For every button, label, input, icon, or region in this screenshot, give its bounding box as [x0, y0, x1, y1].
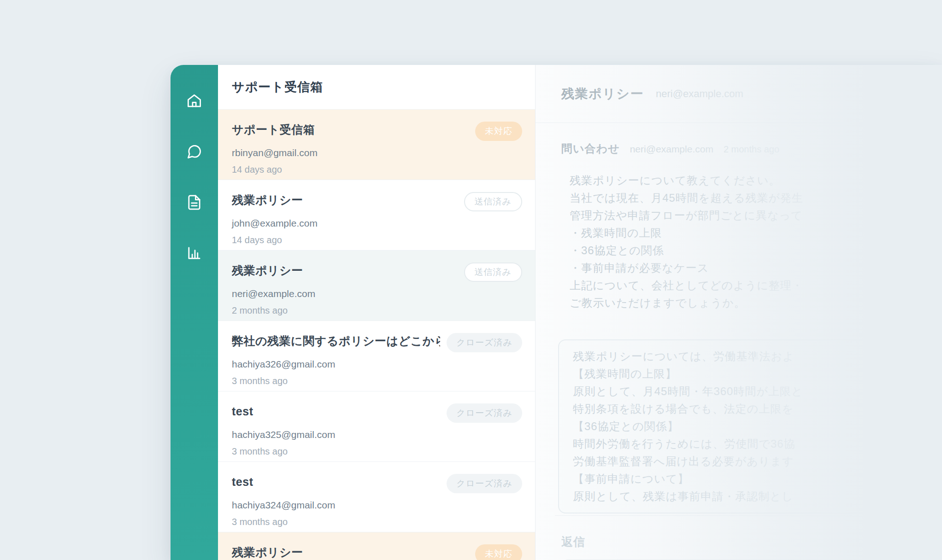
ticket-time: 3 months ago	[232, 445, 522, 457]
detail-header: 残業ポリシー neri@example.com	[536, 65, 942, 123]
document-icon	[186, 194, 202, 210]
answer-line: 【36協定との関係】	[573, 418, 911, 435]
status-badge: 送信済み	[464, 192, 522, 211]
inquiry-line: 当社では現在、月45時間を超える残業が発生	[570, 189, 942, 207]
ticket-row[interactable]: 弊社の残業に関するポリシーはどこから確 クローズ済み hachiya326@gm…	[218, 321, 535, 391]
status-badge: クローズ済み	[447, 403, 522, 423]
inbox-title: サポート受信箱	[232, 79, 323, 95]
ticket-row[interactable]: test クローズ済み hachiya324@gmail.com 3 month…	[218, 462, 535, 532]
inquiry-line: ・残業時間の上限	[570, 224, 942, 242]
chat-icon	[186, 144, 202, 160]
inquiry-email: neri@example.com	[630, 144, 713, 155]
ticket-title: test	[232, 474, 440, 490]
answer-line: 時間外労働を行うためには、労使間で36協	[573, 435, 911, 453]
ticket-title: 残業ポリシー	[232, 192, 458, 208]
ticket-title: 残業ポリシー	[232, 544, 469, 560]
ticket-row[interactable]: 残業ポリシー 送信済み john@example.com 14 days ago	[218, 180, 535, 251]
answer-line: 【残業時間の上限】	[573, 365, 911, 383]
detail-body: 問い合わせ neri@example.com 2 months ago 残業ポリ…	[536, 123, 942, 560]
detail-title: 残業ポリシー	[561, 85, 644, 103]
draft-reply-bubble: 残業ポリシーについては、労働基準法およ 【残業時間の上限】 原則として、月45時…	[558, 339, 925, 513]
ticket-title: test	[232, 403, 440, 419]
answer-line: 原則として、月45時間・年360時間が上限と	[573, 383, 911, 400]
inquiry-time: 2 months ago	[724, 144, 779, 155]
support-inbox-window: サポート受信箱 サポート受信箱 未対応 rbinyan@gmail.com 14…	[171, 65, 942, 560]
sidebar	[171, 65, 218, 560]
inquiry-line: ・36協定との関係	[570, 242, 942, 259]
sidebar-item-analytics[interactable]	[185, 244, 204, 262]
status-badge: 送信済み	[464, 262, 522, 282]
ticket-row[interactable]: 残業ポリシー 未対応	[218, 532, 535, 560]
answer-line: 原則として、残業は事前申請・承認制とし	[573, 488, 911, 505]
reply-section: 返信	[555, 515, 942, 560]
reply-label: 返信	[561, 534, 942, 549]
answer-line: 労働基準監督署へ届け出る必要があります	[573, 453, 911, 470]
answer-line: 【事前申請について】	[573, 470, 911, 488]
status-badge: クローズ済み	[447, 474, 522, 493]
ticket-email: hachiya324@gmail.com	[232, 499, 522, 512]
inquiry-line: 上記について、会社としてどのように整理・	[570, 277, 942, 294]
bar-chart-icon	[186, 245, 202, 261]
app-background: サポート受信箱 サポート受信箱 未対応 rbinyan@gmail.com 14…	[0, 0, 942, 560]
ticket-time: 14 days ago	[232, 234, 522, 246]
inbox-list-panel: サポート受信箱 サポート受信箱 未対応 rbinyan@gmail.com 14…	[218, 65, 536, 560]
ticket-title: 弊社の残業に関するポリシーはどこから確	[232, 333, 440, 349]
status-badge: 未対応	[475, 122, 522, 141]
answer-line: 残業ポリシーについては、労働基準法およ	[573, 348, 911, 365]
inquiry-line: ご教示いただけますでしょうか。	[570, 294, 942, 312]
ticket-row[interactable]: test クローズ済み hachiya325@gmail.com 3 month…	[218, 391, 535, 462]
ticket-time: 3 months ago	[232, 516, 522, 528]
home-icon	[186, 93, 202, 109]
status-badge: 未対応	[475, 544, 522, 560]
sidebar-item-documents[interactable]	[185, 193, 204, 211]
ticket-email: hachiya325@gmail.com	[232, 428, 522, 441]
ticket-title: 残業ポリシー	[232, 262, 458, 278]
ticket-title: サポート受信箱	[232, 122, 469, 137]
ticket-detail-panel: 残業ポリシー neri@example.com 問い合わせ neri@examp…	[536, 65, 942, 560]
sidebar-item-conversations[interactable]	[185, 142, 204, 161]
ticket-row-selected[interactable]: 残業ポリシー 送信済み neri@example.com 2 months ag…	[218, 251, 535, 321]
sidebar-item-home[interactable]	[185, 92, 204, 110]
ticket-time: 3 months ago	[232, 375, 522, 387]
ticket-time: 2 months ago	[232, 304, 522, 316]
inquiry-line: 管理方法や申請フローが部門ごとに異なって	[570, 207, 942, 224]
ticket-email: neri@example.com	[232, 287, 522, 300]
inquiry-line: 残業ポリシーについて教えてください。	[570, 172, 942, 189]
inbox-header: サポート受信箱	[218, 65, 535, 110]
ticket-email: rbinyan@gmail.com	[232, 146, 522, 159]
detail-email: neri@example.com	[656, 88, 743, 100]
ticket-email: john@example.com	[232, 217, 522, 230]
inquiry-message: 残業ポリシーについて教えてください。 当社では現在、月45時間を超える残業が発生…	[561, 172, 942, 312]
answer-line: 特別条項を設ける場合でも、法定の上限を	[573, 400, 911, 418]
inquiry-label: 問い合わせ	[561, 141, 620, 156]
status-badge: クローズ済み	[447, 333, 522, 352]
ticket-time: 14 days ago	[232, 163, 522, 175]
ticket-email: hachiya326@gmail.com	[232, 358, 522, 371]
inquiry-meta: 問い合わせ neri@example.com 2 months ago	[561, 141, 942, 155]
inquiry-line: ・事前申請が必要なケース	[570, 259, 942, 277]
ticket-row[interactable]: サポート受信箱 未対応 rbinyan@gmail.com 14 days ag…	[218, 110, 535, 180]
